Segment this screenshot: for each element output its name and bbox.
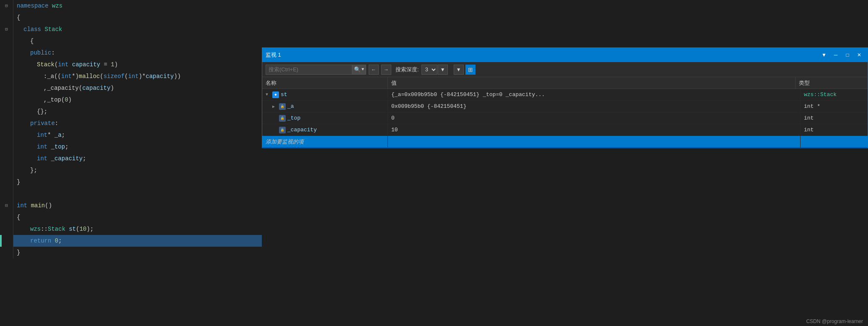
watch-titlebar-controls: ▼ ─ □ ✕ <box>819 50 864 60</box>
search-input-wrap[interactable]: 🔍 ▼ <box>266 65 366 75</box>
type-top: int <box>804 115 814 121</box>
code-content-22: } <box>13 247 262 258</box>
depth-label: 搜索深度: <box>395 66 419 73</box>
gutter-3: ⊟ <box>0 23 13 35</box>
expand-arrow-st[interactable] <box>266 92 271 97</box>
code-line-16: } <box>0 176 262 188</box>
val-capacity: 10 <box>391 127 398 133</box>
watch-table: 名称 值 类型 ◆ st {_a=0x009b95b0 {-842150451}… <box>262 77 868 148</box>
code-line-10: {}; <box>0 106 262 117</box>
scroll-spacer <box>863 77 868 89</box>
row-name-add[interactable]: 添加要监视的项 <box>262 136 388 147</box>
code-content-1: namespace wzs <box>13 0 262 12</box>
code-line-4: { <box>0 35 262 47</box>
search-forward-btn[interactable]: → <box>381 65 391 75</box>
gutter-18: ⊟ <box>0 200 13 211</box>
gutter-19 <box>0 211 13 223</box>
row-type-top: int <box>801 112 868 124</box>
var-icon-top: 🔒 <box>279 115 286 122</box>
collapse-btn-1[interactable]: ⊟ <box>5 0 8 12</box>
row-value-a: 0x009b95b0 {-842150451} <box>388 101 801 112</box>
code-line-11: private: <box>0 117 262 129</box>
code-line-7: :_a((int*)malloc(sizeof(int)*capacity)) <box>0 70 262 82</box>
gutter-9 <box>0 94 13 106</box>
var-icon-capacity: 🔒 <box>279 127 286 133</box>
code-editor: ⊟ namespace wzs { ⊟ class Stack { public… <box>0 0 262 326</box>
credit-text: CSDN @program-learner <box>806 318 863 324</box>
code-content-6: Stack(int capacity = 1) <box>13 59 262 70</box>
search-dropdown-arrow: ▼ <box>362 67 364 72</box>
collapse-btn-3[interactable]: ⊟ <box>5 23 8 35</box>
row-name-a: 🔒 _a <box>262 101 388 112</box>
collapse-btn-18[interactable]: ⊟ <box>5 200 8 211</box>
code-content-10: {}; <box>13 106 262 117</box>
type-capacity: int <box>804 127 814 133</box>
row-name-capacity: 🔒 _capacity <box>262 124 388 136</box>
gutter-5 <box>0 47 13 59</box>
watch-panel: 监视 1 ▼ ─ □ ✕ 🔍 ▼ ← → 搜索深度: 3 1 2 4 5 ▼ ▼ <box>262 47 868 148</box>
code-line-18: ⊟ int main() <box>0 200 262 211</box>
toolbar-buttons: ▼ ⊞ <box>454 65 475 75</box>
code-content-20: wzs::Stack st(10); <box>13 223 262 235</box>
search-back-btn[interactable]: ← <box>369 65 379 75</box>
row-type-add <box>801 136 868 147</box>
search-input[interactable] <box>266 66 352 73</box>
close-btn[interactable]: ✕ <box>854 50 864 60</box>
watch-row-add[interactable]: 添加要监视的项 <box>262 136 868 148</box>
watch-title: 监视 1 <box>266 51 281 59</box>
row-type-st: wzs::Stack <box>801 89 868 100</box>
watch-row-capacity[interactable]: 🔒 _capacity 10 int <box>262 124 868 136</box>
code-line-19: { <box>0 211 262 223</box>
maximize-btn[interactable]: □ <box>842 50 852 60</box>
col-type-header: 类型 <box>796 77 863 89</box>
gutter-8 <box>0 82 13 94</box>
code-content-5: public: <box>13 47 262 59</box>
code-content-4: { <box>13 35 262 47</box>
depth-dropdown-btn[interactable]: ▼ <box>438 65 448 75</box>
gutter-13 <box>0 141 13 153</box>
code-line-9: ,_top(0) <box>0 94 262 106</box>
footer-bar: CSDN @program-learner <box>801 317 868 326</box>
gutter-20 <box>0 223 13 235</box>
pin-btn[interactable]: ⊞ <box>465 65 475 75</box>
var-icon-a: 🔒 <box>279 103 286 110</box>
code-content-7: :_a((int*)malloc(sizeof(int)*capacity)) <box>13 70 262 82</box>
code-content-18: int main() <box>13 200 262 211</box>
add-watch-label[interactable]: 添加要监视的项 <box>266 138 304 146</box>
filter-btn[interactable]: ▼ <box>454 65 464 75</box>
code-line-12: int* _a; <box>0 129 262 141</box>
watch-row-top[interactable]: 🔒 _top 0 int <box>262 112 868 124</box>
watch-searchbar: 🔍 ▼ ← → 搜索深度: 3 1 2 4 5 ▼ ▼ ⊞ <box>262 62 868 77</box>
dropdown-btn[interactable]: ▼ <box>819 50 829 60</box>
row-value-top: 0 <box>388 112 801 124</box>
gutter-14 <box>0 153 13 164</box>
val-top: 0 <box>391 115 395 121</box>
watch-row-st[interactable]: ◆ st {_a=0x009b95b0 {-842150451} _top=0 … <box>262 89 868 101</box>
var-name-a: _a <box>287 103 294 110</box>
code-line-17 <box>0 188 262 200</box>
col-name-header: 名称 <box>262 77 388 89</box>
code-content-13: int _top; <box>13 141 262 153</box>
code-line-22: } <box>0 247 262 258</box>
gutter-15 <box>0 164 13 176</box>
row-type-capacity: int <box>801 124 868 136</box>
gutter-4 <box>0 35 13 47</box>
minimize-btn[interactable]: ─ <box>831 50 841 60</box>
var-name-top: _top <box>287 115 300 121</box>
search-icon: 🔍 <box>354 66 361 73</box>
code-line-5: public: <box>0 47 262 59</box>
watch-row-a[interactable]: 🔒 _a 0x009b95b0 {-842150451} int * <box>262 101 868 112</box>
code-line-3: ⊟ class Stack <box>0 23 262 35</box>
gutter-22 <box>0 247 13 258</box>
var-name-st: st <box>281 91 287 98</box>
depth-select[interactable]: 3 1 2 4 5 <box>421 65 437 75</box>
code-line-20: wzs::Stack st(10); <box>0 223 262 235</box>
code-content-12: int* _a; <box>13 129 262 141</box>
code-line-14: int _capacity; <box>0 153 262 164</box>
code-content-2: { <box>13 12 262 23</box>
gutter-11 <box>0 117 13 129</box>
search-icon-btn[interactable]: 🔍 ▼ <box>352 65 366 74</box>
gutter-10 <box>0 106 13 117</box>
row-type-a: int * <box>801 101 868 112</box>
expand-arrow-a[interactable] <box>272 104 277 109</box>
